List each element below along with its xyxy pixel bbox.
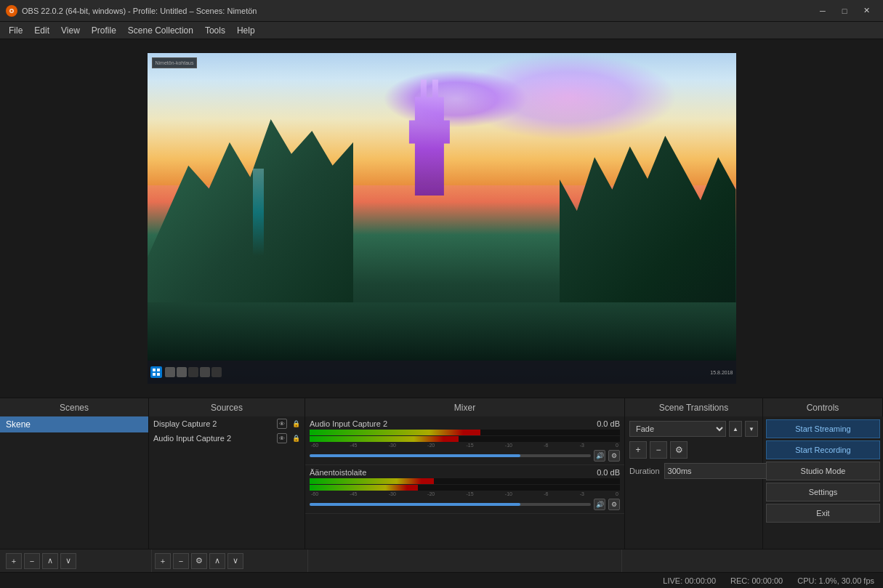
window-title: OBS 22.0.2 (64-bit, windows) - Profile: … <box>22 7 257 15</box>
meter-labels: -60-45-30-20-15-10-6-30 <box>310 443 620 448</box>
bottom-panel: Scenes Sources Mixer Scene Transitions C… <box>0 398 883 572</box>
duration-input[interactable] <box>664 463 772 479</box>
meter-bar-2-bottom <box>310 485 418 491</box>
volume-fill-1 <box>310 454 520 457</box>
source-item-audio-capture[interactable]: Audio Input Capture 2 👁 🔒 <box>149 431 305 446</box>
move-scene-down-button[interactable]: ∨ <box>60 553 76 569</box>
menu-help[interactable]: Help <box>231 23 261 39</box>
remove-scene-button[interactable]: − <box>24 553 40 569</box>
volume-slider-1[interactable] <box>310 454 591 457</box>
transition-down-arrow[interactable]: ▼ <box>745 421 758 437</box>
volume-fill-2 <box>310 503 520 506</box>
live-status: LIVE: 00:00:00 <box>663 576 716 585</box>
menu-profile[interactable]: Profile <box>86 23 122 39</box>
panel-content: Skene Display Capture 2 👁 🔒 Audio Input … <box>0 416 883 549</box>
meter-1-top <box>310 430 620 435</box>
start-streaming-button[interactable]: Start Streaming <box>766 419 880 438</box>
move-scene-up-button[interactable]: ∧ <box>42 553 58 569</box>
controls-panel-header: Controls <box>763 398 883 416</box>
scenes-panel: Skene <box>0 416 149 549</box>
source-lock-icon[interactable]: 🔒 <box>291 419 300 428</box>
mini-screen-label: Nimetōn-kohtaus <box>152 57 198 68</box>
menu-scene-collection[interactable]: Scene Collection <box>122 23 199 39</box>
move-source-down-button[interactable]: ∨ <box>227 553 243 569</box>
svg-rect-4 <box>157 368 160 371</box>
transition-up-arrow[interactable]: ▲ <box>729 421 742 437</box>
preview-canvas[interactable]: Nimetōn-kohtaus 15.8.2018 <box>148 53 736 384</box>
mixer-channel-2-controls: 🔊 ⚙ <box>310 499 620 510</box>
meter-2-bottom <box>310 485 620 491</box>
menu-edit[interactable]: Edit <box>28 23 55 39</box>
scenes-toolbar: + − ∧ ∨ <box>3 549 152 572</box>
source-visibility-icon-2[interactable]: 👁 <box>277 433 287 443</box>
mixer-settings-2[interactable]: ⚙ <box>608 499 620 510</box>
source-item-display-capture[interactable]: Display Capture 2 👁 🔒 <box>149 416 305 431</box>
rec-status: REC: 00:00:00 <box>730 576 783 585</box>
sources-panel-header: Sources <box>149 398 305 416</box>
source-lock-icon-2[interactable]: 🔒 <box>291 434 300 443</box>
transitions-panel-header: Scene Transitions <box>625 398 763 416</box>
mixer-settings-1[interactable]: ⚙ <box>608 450 620 462</box>
transition-remove-button[interactable]: − <box>650 441 667 459</box>
mixer-channel-2: Äänentoistolaite 0.0 dB -60-45-30-20-15-… <box>305 465 624 514</box>
mixer-panel: Audio Input Capture 2 0.0 dB -60-45-30-2… <box>305 416 625 549</box>
add-scene-button[interactable]: + <box>6 553 22 569</box>
status-bar: LIVE: 00:00:00 REC: 00:00:00 CPU: 1.0%, … <box>0 572 883 588</box>
mute-button-2[interactable]: 🔊 <box>594 499 605 510</box>
transition-config-button[interactable]: ⚙ <box>670 441 688 459</box>
start-recording-button[interactable]: Start Recording <box>766 440 880 459</box>
source-settings-button[interactable]: ⚙ <box>191 553 207 569</box>
ground-layer <box>148 302 736 361</box>
meter-1-bottom <box>310 436 620 442</box>
transition-add-button[interactable]: + <box>629 441 647 459</box>
maximize-button[interactable]: □ <box>834 4 855 18</box>
preview-area: Nimetōn-kohtaus 15.8.2018 <box>0 39 883 398</box>
title-bar-left: OBS 22.0.2 (64-bit, windows) - Profile: … <box>6 5 257 17</box>
svg-rect-6 <box>157 373 160 376</box>
minimize-button[interactable]: ─ <box>812 4 834 18</box>
transition-select-row: Fade Cut Swipe Slide ▲ ▼ <box>629 421 758 437</box>
transition-select[interactable]: Fade Cut Swipe Slide <box>629 421 726 437</box>
cloud-right <box>459 53 677 140</box>
sources-panel: Display Capture 2 👁 🔒 Audio Input Captur… <box>149 416 305 549</box>
menu-file[interactable]: File <box>3 23 28 39</box>
menu-tools[interactable]: Tools <box>199 23 231 39</box>
panel-headers: Scenes Sources Mixer Scene Transitions C… <box>0 398 883 416</box>
window-controls: ─ □ ✕ <box>812 4 877 18</box>
controls-panel: Start Streaming Start Recording Studio M… <box>763 416 883 549</box>
settings-button[interactable]: Settings <box>766 483 880 502</box>
menu-view[interactable]: View <box>55 23 86 39</box>
title-bar: OBS 22.0.2 (64-bit, windows) - Profile: … <box>0 0 883 22</box>
exit-button[interactable]: Exit <box>766 504 880 523</box>
volume-slider-2[interactable] <box>310 503 591 506</box>
menu-bar: File Edit View Profile Scene Collection … <box>0 22 883 39</box>
meter-labels-2: -60-45-30-20-15-10-6-30 <box>310 491 620 496</box>
taskbar-time: 15.8.2018 <box>710 370 733 375</box>
scene-item-skene[interactable]: Skene <box>0 416 148 432</box>
status-right: LIVE: 00:00:00 REC: 00:00:00 CPU: 1.0%, … <box>663 576 874 585</box>
duration-row: Duration ▲ ▼ <box>629 463 758 479</box>
transition-buttons: + − ⚙ <box>629 441 758 459</box>
remove-source-button[interactable]: − <box>173 553 189 569</box>
start-button-sim <box>150 366 162 378</box>
meter-2-top <box>310 478 620 484</box>
taskbar-icon-2 <box>177 367 187 377</box>
meter-bar-1-top <box>310 430 480 435</box>
mixer-channel-1-controls: 🔊 ⚙ <box>310 450 620 462</box>
source-visibility-icon[interactable]: 👁 <box>277 419 287 429</box>
mute-button-1[interactable]: 🔊 <box>594 450 605 462</box>
svg-rect-5 <box>153 373 156 376</box>
add-source-button[interactable]: + <box>155 553 171 569</box>
simulated-taskbar: 15.8.2018 <box>148 361 736 384</box>
cpu-status: CPU: 1.0%, 30.00 fps <box>797 576 874 585</box>
svg-point-2 <box>11 9 13 12</box>
mixer-channel-1: Audio Input Capture 2 0.0 dB -60-45-30-2… <box>305 416 624 465</box>
studio-mode-button[interactable]: Studio Mode <box>766 462 880 480</box>
mixer-toolbar <box>308 549 622 572</box>
sources-toolbar: + − ⚙ ∧ ∨ <box>152 549 308 572</box>
waterfall <box>253 169 264 256</box>
taskbar-icon-4 <box>200 367 210 377</box>
bottom-toolbar: + − ∧ ∨ + − ⚙ ∧ ∨ <box>0 549 883 572</box>
move-source-up-button[interactable]: ∧ <box>209 553 225 569</box>
close-button[interactable]: ✕ <box>855 4 877 18</box>
